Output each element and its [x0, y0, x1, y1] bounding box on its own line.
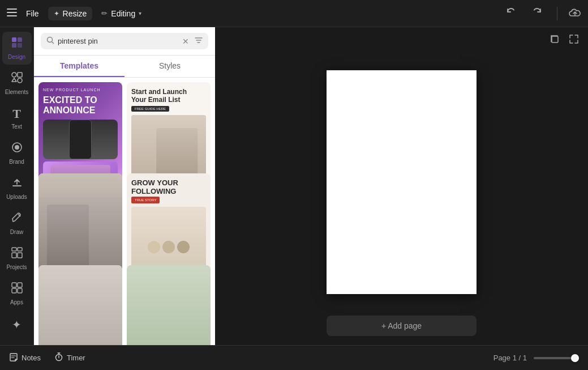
elements-icon: [11, 71, 23, 87]
svg-point-7: [12, 73, 16, 77]
search-icon: [46, 36, 54, 46]
sidebar-label-projects: Projects: [6, 264, 27, 270]
notes-icon: [9, 352, 18, 363]
panel-search: ✕: [34, 27, 215, 56]
svg-rect-12: [12, 248, 16, 251]
timer-label: Timer: [67, 354, 85, 362]
sidebar-item-text[interactable]: T Text: [2, 102, 32, 134]
sidebar-item-design[interactable]: Design: [2, 32, 32, 65]
template-card-6[interactable]: [127, 265, 211, 345]
svg-rect-18: [12, 288, 16, 293]
card-6-img: [127, 265, 211, 345]
tab-templates[interactable]: Templates: [34, 56, 125, 77]
editing-label: Editing: [111, 9, 135, 18]
svg-rect-5: [12, 43, 16, 48]
svg-rect-19: [18, 288, 22, 293]
chevron-down-icon: ▾: [139, 10, 141, 16]
file-menu[interactable]: File: [26, 9, 39, 18]
sidebar-item-projects[interactable]: Projects: [2, 242, 32, 275]
notes-button[interactable]: Notes: [9, 352, 41, 363]
undo-button[interactable]: [503, 5, 520, 22]
tab-styles[interactable]: Styles: [125, 56, 215, 77]
toolbar: File ✦ Resize ✏ Editing ▾: [0, 0, 588, 27]
svg-rect-3: [12, 37, 16, 42]
cloud-icon[interactable]: [569, 8, 581, 19]
card-1-title: EXCITED TOANNOUNCE: [43, 95, 118, 115]
sidebar-label-apps: Apps: [10, 299, 23, 305]
page-info: Page 1 / 1: [493, 354, 527, 362]
card-1-phone: [43, 120, 118, 159]
projects-icon: [11, 246, 23, 262]
search-input[interactable]: [58, 37, 179, 45]
svg-point-10: [15, 145, 19, 150]
duplicate-icon[interactable]: [547, 32, 562, 49]
sidebar-label-design: Design: [8, 54, 25, 60]
sidebar-label-text: Text: [11, 124, 22, 130]
card-4-btn: TRUE STORY: [131, 197, 160, 203]
timer-button[interactable]: Timer: [54, 352, 85, 363]
canvas-page: [327, 70, 477, 294]
menu-icon[interactable]: [7, 7, 17, 19]
canvas-tools: [215, 27, 588, 53]
panel: ✕ Templates Styles NEW PRODUCT LAUNCH: [34, 27, 215, 345]
apps-icon: [11, 282, 23, 297]
card-1-badge: NEW PRODUCT LAUNCH: [43, 88, 118, 92]
templates-grid: NEW PRODUCT LAUNCH EXCITED TOANNOUNCE SE…: [34, 78, 215, 345]
sidebar-label-draw: Draw: [10, 229, 23, 235]
add-page-button[interactable]: + Add page: [327, 316, 477, 336]
sidebar-item-uploads[interactable]: Uploads: [2, 172, 32, 205]
timer-icon: [54, 352, 63, 363]
sidebar-label-brand: Brand: [9, 159, 24, 165]
brand-icon: [11, 141, 23, 156]
text-icon: T: [12, 107, 21, 121]
zoom-slider[interactable]: [534, 357, 579, 359]
notes-label: Notes: [22, 354, 41, 362]
card-2-title: Start and LaunchYour Email List: [131, 88, 206, 104]
canvas-wrapper: [215, 53, 588, 311]
card-2-btn: FREE GUIDE HERE: [131, 106, 169, 112]
filter-icon[interactable]: [195, 36, 203, 46]
main-content: Design Elements T Text: [0, 27, 588, 345]
expand-icon[interactable]: [566, 32, 581, 49]
svg-rect-6: [18, 43, 22, 48]
canvas-area: + Add page: [215, 27, 588, 345]
resize-label: Resize: [63, 9, 87, 18]
sidebar: Design Elements T Text: [0, 27, 34, 345]
redo-button[interactable]: [529, 5, 546, 22]
svg-rect-1: [7, 12, 17, 13]
sidebar-label-uploads: Uploads: [6, 194, 27, 200]
svg-rect-2: [7, 15, 17, 16]
zoom-thumb[interactable]: [571, 354, 579, 362]
search-box[interactable]: ✕: [41, 33, 208, 49]
edit-pen-icon: ✏: [101, 9, 108, 18]
resize-button[interactable]: ✦ Resize: [48, 7, 93, 20]
sidebar-item-magic[interactable]: ✦: [2, 313, 32, 336]
svg-rect-15: [18, 253, 22, 258]
sidebar-item-elements[interactable]: Elements: [2, 67, 32, 100]
sidebar-label-elements: Elements: [5, 89, 29, 95]
editing-button[interactable]: ✏ Editing ▾: [101, 9, 141, 18]
template-card-5[interactable]: 10 BEST IDEAS FORYOUR KITCHEN: [38, 265, 122, 345]
svg-point-20: [48, 37, 53, 42]
card-3-img: [38, 173, 122, 269]
uploads-icon: [11, 176, 23, 192]
draw-icon: [11, 211, 23, 227]
sidebar-item-brand[interactable]: Brand: [2, 137, 32, 169]
magic-icon: ✦: [12, 318, 22, 331]
svg-rect-17: [18, 283, 22, 287]
svg-rect-14: [12, 253, 16, 258]
sidebar-item-draw[interactable]: Draw: [2, 207, 32, 240]
panel-tabs: Templates Styles: [34, 56, 215, 78]
svg-rect-4: [18, 37, 22, 42]
sidebar-item-apps[interactable]: Apps: [2, 277, 32, 310]
card-4-title: GROW YOURFOLLOWING: [131, 179, 206, 195]
svg-rect-9: [18, 78, 22, 83]
svg-rect-13: [18, 248, 22, 251]
card-5-img: [38, 265, 122, 345]
svg-rect-21: [552, 36, 558, 42]
search-clear-icon[interactable]: ✕: [182, 37, 189, 46]
svg-rect-16: [12, 283, 16, 287]
design-icon: [11, 36, 23, 52]
bottom-bar: Notes Timer Page 1 / 1: [0, 345, 588, 370]
svg-rect-0: [7, 8, 17, 10]
